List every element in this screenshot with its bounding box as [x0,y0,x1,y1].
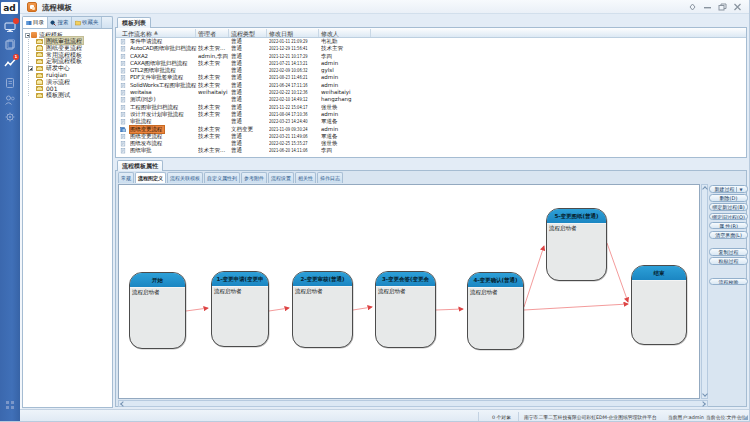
cell-name[interactable]: 测试(同步) [130,96,197,103]
cell-date[interactable]: 2021-06-24 17:11:16 [269,82,317,89]
cell-name[interactable]: PDF文件审批签章流程 [130,74,197,81]
cell-name[interactable]: 图纸审批 [130,147,197,154]
table-row[interactable]: CAXA2admin,李四普通2021-12-21 10:17:29李四 [116,53,746,60]
flow-tool-button[interactable]: 粘贴过程 [709,257,748,265]
flow-node[interactable]: 4-变更确认(普通)流程启动者 [467,272,524,350]
cell-modifier[interactable]: weihaitaiyi [321,89,369,96]
prop-tab[interactable]: 流程设置 [268,172,294,183]
table-row[interactable]: 审批流程普通2022-03-23 14:24:40覃道备 [116,118,746,125]
table-row[interactable]: 图纸审批技术主管...普通2021-06-20 14:11:06李四 [116,147,746,154]
cell-modifier[interactable]: admin [321,82,369,89]
minimize-icon[interactable] [703,3,712,11]
flow-canvas[interactable]: 开始流程启动者1-变更申请(变更申流程启动者2-变更审核(普通)流程启动者3-变… [118,184,700,399]
cell-date[interactable]: 2022-02-10 14:49:12 [269,96,317,103]
tree-item-label[interactable]: ruiqian [45,71,68,78]
cell-name[interactable]: SolidWorks工程图审批流程 [130,82,197,89]
prop-tab[interactable]: 自定义属性列 [204,172,240,183]
cell-name[interactable]: 设计开发计划审批流程 [130,111,197,118]
tree-item-label[interactable]: 图纸变更流程 [45,44,83,51]
monitor-icon[interactable] [4,21,16,33]
prop-tab[interactable]: 操作日志 [317,172,343,183]
cell-manager[interactable]: admin,李四 [198,53,230,60]
cell-manager[interactable]: 技术主管 [198,126,230,133]
tree-item[interactable]: 研发中心 [28,65,112,72]
dropdown-arrow-icon[interactable]: ▼ [736,187,742,193]
prop-tab[interactable]: 流程图定义 [135,172,166,183]
cell-date[interactable]: 2022-03-21 11:49:06 [269,133,317,140]
cell-modifier[interactable]: 韦礼勤 [321,38,369,45]
cell-type[interactable]: 普通 [231,111,267,118]
cell-type[interactable]: 普通 [231,53,267,60]
table-row[interactable]: 图纸发布流程普通2022-02-25 15:35:27张世焕 [116,140,746,147]
cell-date[interactable]: 2021-11-09 09:30:24 [269,126,317,133]
cell-modifier[interactable]: gylsl [321,67,369,74]
cell-manager[interactable]: 技术主管... [198,147,230,154]
cell-modifier[interactable]: 技术主管 [321,45,369,52]
cell-date[interactable]: 2022-01-11 21:09:29 [269,38,317,45]
tree-item[interactable]: 模板测试 [28,92,112,99]
cell-type[interactable]: 普通 [231,133,267,140]
column-separator[interactable] [228,29,229,37]
cell-type[interactable]: 普通 [231,67,267,74]
cell-date[interactable]: 2021-12-21 10:17:29 [269,53,317,60]
users-icon[interactable] [4,94,16,106]
nav-tab-favorites[interactable]: 收藏夹 [72,17,102,28]
cell-manager[interactable]: 技术主管... [198,45,230,52]
cell-date[interactable]: 2021-07-21 14:13:21 [269,60,317,67]
table-row[interactable]: 测试(同步)普通2022-02-10 14:49:12hangzhang [116,96,746,103]
cell-modifier[interactable]: 张世焕 [321,140,369,147]
flow-node[interactable]: 3-变更会签(变更会流程启动者 [375,271,436,348]
pin-icon[interactable] [688,3,697,11]
flow-tool-button[interactable]: 属 性(R) [709,222,748,230]
cell-type[interactable]: 普通 [231,140,267,147]
cell-type[interactable]: 普通 [231,38,267,45]
cell-name[interactable]: 图纸变更流程 [130,133,197,140]
cell-modifier[interactable]: admin [321,74,369,81]
cell-name[interactable]: 图纸发布流程 [130,140,197,147]
cell-manager[interactable]: 技术主管 [198,104,230,111]
cell-type[interactable]: 普通 [231,89,267,96]
chart-icon[interactable]: 1 [4,57,16,69]
flow-node[interactable]: 2-变更审核(普通)流程启动者 [292,271,353,348]
cell-name[interactable]: weitaisa [130,89,197,96]
cell-type[interactable]: 普通 [231,147,267,154]
table-row[interactable]: AutoCAD图纸审批归档流程技术主管...普通2021-12-29 11:56… [116,45,746,52]
table-row[interactable]: 工程图审批归档流程技术主管普通2021-11-22 15:04:17张世焕 [116,104,746,111]
cell-type[interactable]: 普通 [231,45,267,52]
cell-name[interactable]: 图纸变更流程 [130,126,164,133]
cell-date[interactable]: 2022-02-22 10:12:36 [269,89,317,96]
flow-node[interactable]: 开始流程启动者 [129,272,186,349]
table-row[interactable]: weitaisaweihaitaiyi普通2022-02-22 10:12:36… [116,89,746,96]
flow-tool-button[interactable]: 流程校验 [709,278,748,286]
cell-manager[interactable]: weihaitaiyi [198,89,230,96]
cell-name[interactable]: CAXA2 [130,53,197,60]
table-row[interactable]: SolidWorks工程图审批流程技术主管普通2021-06-24 17:11:… [116,82,746,89]
cell-manager[interactable]: 技术主管 [198,82,230,89]
column-separator[interactable] [195,29,196,37]
gear-icon[interactable] [4,111,16,123]
cell-date[interactable]: 2021-08-23 11:46:21 [269,74,317,81]
table-row[interactable]: 零件申请流程普通2022-01-11 21:09:29韦礼勤 [116,38,746,45]
cell-type[interactable]: 普通 [231,104,267,111]
cell-name[interactable]: 工程图审批归档流程 [130,104,197,111]
nav-tab-search[interactable]: 搜索 [48,17,73,28]
cell-name[interactable]: GTL2图纸审批流程 [130,67,197,74]
cell-modifier[interactable]: hangzhang [321,96,369,103]
cell-manager[interactable]: 技术主管 [198,60,230,67]
tree-item[interactable]: 演示流程 [28,79,112,86]
cell-date[interactable]: 2021-11-22 15:04:17 [269,104,317,111]
cell-type[interactable]: 普通 [231,118,267,125]
vertical-scrollbar[interactable] [701,184,708,399]
cell-type[interactable]: 普通 [231,82,267,89]
cell-modifier[interactable]: 覃道备 [321,118,369,125]
flow-node[interactable]: 1-变更申请(变更申流程启动者 [211,271,269,347]
documents-icon[interactable] [4,39,16,51]
cell-modifier[interactable]: 张世焕 [321,104,369,111]
cell-date[interactable]: 2021-06-20 14:11:06 [269,147,317,154]
cell-name[interactable]: 审批流程 [130,118,197,125]
cell-modifier[interactable]: admin [321,126,369,133]
cell-name[interactable]: AutoCAD图纸审批归档流程 [130,45,197,52]
cell-modifier[interactable]: 覃道备 [321,133,369,140]
cell-manager[interactable]: 技术主管 [198,74,230,81]
grid-icon[interactable] [4,399,16,411]
